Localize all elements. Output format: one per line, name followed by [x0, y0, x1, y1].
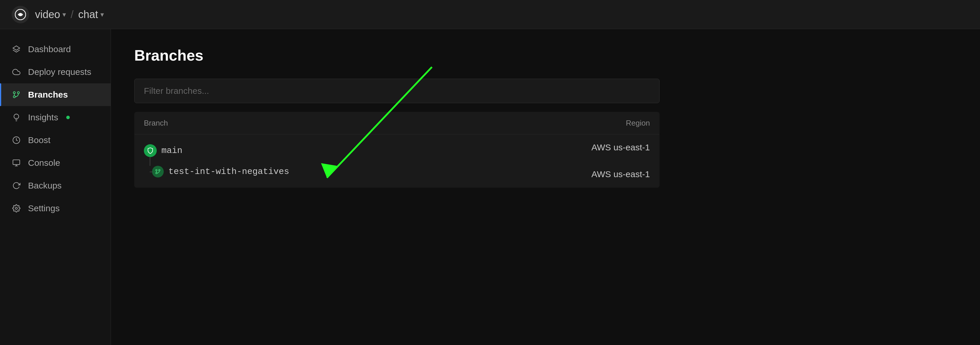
content-area: Branches Branch Region	[111, 29, 980, 345]
settings-icon	[12, 204, 21, 213]
branch-name-cell: main	[135, 135, 492, 188]
sidebar-item-backups-label: Backups	[28, 180, 62, 191]
backups-icon	[12, 181, 21, 190]
sidebar-item-branches-label: Branches	[28, 90, 68, 100]
nav-section-label: chat	[78, 8, 98, 21]
sub-branch-label: test-int-with-negatives	[169, 167, 289, 177]
main-layout: Dashboard Deploy requests Branches	[0, 29, 980, 345]
sidebar-item-deploy-requests[interactable]: Deploy requests	[0, 61, 111, 83]
filter-branches-input[interactable]	[134, 79, 660, 103]
insights-dot	[66, 116, 70, 119]
svg-point-12	[156, 169, 157, 171]
sidebar-item-insights[interactable]: Insights	[0, 106, 111, 129]
sub-region: AWS us-east-1	[591, 169, 650, 179]
sidebar-item-console[interactable]: Console	[0, 152, 111, 174]
svg-point-13	[159, 169, 160, 171]
svg-marker-1	[13, 46, 19, 50]
sidebar-item-boost-label: Boost	[28, 135, 51, 145]
region-cell: AWS us-east-1 AWS us-east-1	[491, 135, 659, 188]
console-icon	[12, 158, 21, 168]
sidebar-item-dashboard[interactable]: Dashboard	[0, 38, 111, 61]
sidebar-item-backups[interactable]: Backups	[0, 174, 111, 197]
sidebar-item-settings[interactable]: Settings	[0, 197, 111, 220]
svg-rect-7	[13, 160, 19, 165]
boost-icon	[12, 136, 21, 145]
nav-breadcrumb: video ▾ / chat ▾	[35, 8, 104, 21]
svg-point-11	[156, 172, 157, 174]
sidebar: Dashboard Deploy requests Branches	[0, 29, 111, 345]
main-branch-icon	[144, 144, 157, 157]
svg-point-2	[13, 96, 16, 98]
nav-product-label: video	[35, 8, 60, 21]
sidebar-item-console-label: Console	[28, 158, 60, 168]
col-header-branch: Branch	[135, 112, 492, 135]
sub-branch-icon	[152, 166, 164, 177]
nav-section-chevron: ▾	[100, 11, 104, 19]
nav-section[interactable]: chat ▾	[78, 8, 104, 21]
sub-branch-row: test-int-with-negatives	[144, 166, 482, 177]
sidebar-item-insights-label: Insights	[28, 112, 58, 122]
main-region: AWS us-east-1	[591, 142, 650, 152]
svg-point-10	[16, 207, 18, 209]
nav-product-chevron: ▾	[62, 11, 66, 19]
table-body: main	[135, 135, 660, 188]
sidebar-item-settings-label: Settings	[28, 203, 59, 213]
svg-point-3	[13, 92, 16, 94]
table-row[interactable]: main	[135, 135, 660, 188]
top-nav: video ▾ / chat ▾	[0, 0, 980, 29]
page-title: Branches	[134, 47, 957, 64]
sidebar-item-deploy-requests-label: Deploy requests	[28, 67, 91, 77]
sidebar-item-boost[interactable]: Boost	[0, 129, 111, 152]
svg-point-4	[18, 92, 19, 94]
branches-table: Branch Region main	[134, 112, 660, 188]
nav-product[interactable]: video ▾	[35, 8, 66, 21]
sidebar-item-branches[interactable]: Branches	[0, 83, 111, 106]
cloud-icon	[12, 67, 21, 77]
col-header-region: Region	[491, 112, 659, 135]
lightbulb-icon	[12, 113, 21, 122]
sidebar-item-dashboard-label: Dashboard	[28, 44, 71, 54]
layers-icon	[12, 44, 21, 54]
branch-icon	[12, 90, 21, 100]
logo[interactable]	[12, 6, 29, 23]
nav-separator: /	[71, 8, 73, 21]
main-branch-label: main	[161, 146, 182, 156]
